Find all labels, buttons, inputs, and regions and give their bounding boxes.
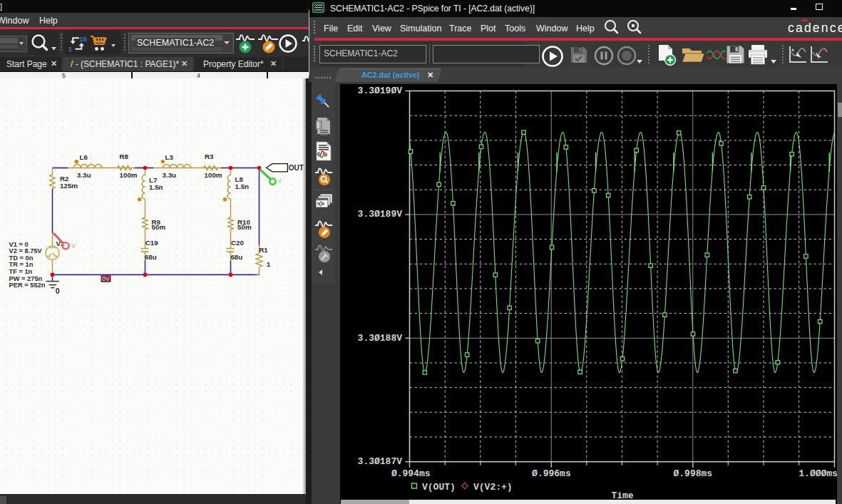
svg-text:TF = 1n: TF = 1n	[9, 268, 33, 275]
svg-text:3.3u: 3.3u	[77, 171, 91, 179]
svg-text:V2 = 8.75V: V2 = 8.75V	[9, 247, 43, 254]
svg-text:0: 0	[56, 287, 60, 295]
svg-text:50m: 50m	[152, 223, 166, 231]
svg-text:TR = 1n: TR = 1n	[9, 261, 34, 268]
svg-text:10: 10	[80, 36, 87, 43]
svg-text:C19: C19	[145, 239, 159, 247]
svg-text:1.5n: 1.5n	[235, 182, 250, 190]
svg-text:3.3Ø19ØV: 3.3Ø19ØV	[358, 86, 403, 96]
svg-text:1.ØØØms: 1.ØØØms	[799, 468, 837, 479]
svg-text:Ø.996ms: Ø.996ms	[532, 468, 571, 479]
svg-text:1.5n: 1.5n	[149, 183, 163, 191]
svg-text:100m: 100m	[205, 171, 222, 179]
svg-text:50m: 50m	[237, 223, 252, 231]
svg-text:Ø.998ms: Ø.998ms	[673, 468, 712, 479]
svg-text:PW = 275n: PW = 275n	[9, 275, 43, 282]
svg-text:125m: 125m	[60, 182, 78, 190]
svg-text:3.3Ø187V: 3.3Ø187V	[358, 456, 403, 467]
svg-text:V(V2:+): V(V2:+)	[473, 482, 513, 493]
svg-text:3.3Ø189V: 3.3Ø189V	[358, 209, 403, 220]
svg-text:C20: C20	[231, 239, 245, 247]
svg-text:0V: 0V	[102, 275, 110, 282]
svg-text:R3: R3	[205, 153, 214, 160]
svg-text:L3: L3	[165, 153, 174, 161]
svg-text:3.3Ø188V: 3.3Ø188V	[358, 333, 403, 344]
svg-text:V(OUT): V(OUT)	[422, 482, 456, 493]
svg-text:Ø.994ms: Ø.994ms	[391, 468, 431, 479]
svg-text:68u: 68u	[145, 253, 157, 261]
svg-text:V: V	[71, 242, 76, 250]
svg-text:1: 1	[267, 260, 271, 268]
svg-text:100m: 100m	[120, 171, 138, 179]
svg-text:PER = 552n: PER = 552n	[9, 282, 46, 289]
svg-text:Time: Time	[611, 490, 633, 499]
svg-text:R8: R8	[120, 153, 129, 160]
svg-text:TD = 0n: TD = 0n	[9, 254, 34, 262]
svg-text:1: 1	[68, 46, 72, 53]
svg-text:V1 = 0: V1 = 0	[9, 241, 29, 248]
svg-text:68u: 68u	[230, 253, 242, 261]
svg-text:L6: L6	[80, 153, 88, 161]
svg-text:V: V	[277, 178, 282, 185]
svg-text:3.3u: 3.3u	[163, 171, 177, 179]
svg-text:R1: R1	[259, 246, 268, 254]
svg-text:OUT: OUT	[289, 164, 304, 172]
